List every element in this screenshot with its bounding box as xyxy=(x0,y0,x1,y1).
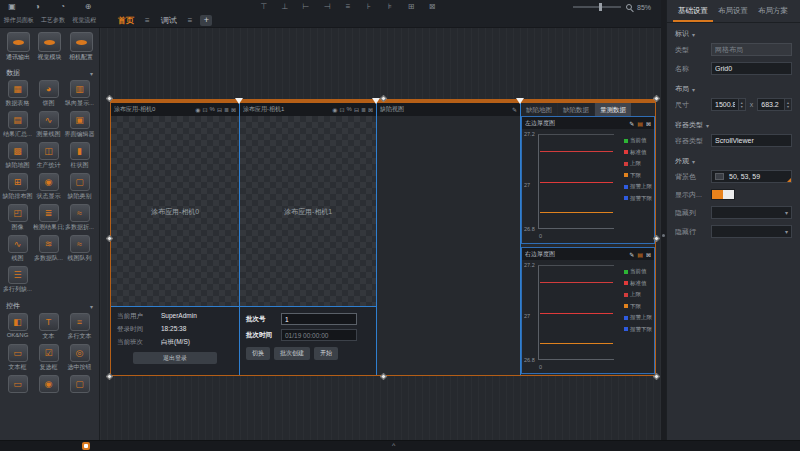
sidebar-widget-item[interactable]: ∿ 线图 xyxy=(2,235,33,263)
display-content-toggle[interactable] xyxy=(711,189,735,200)
sidebar-quick-item[interactable]: 视觉模块 xyxy=(35,32,65,62)
add-tab-button[interactable]: + xyxy=(200,15,212,26)
sidebar-widget-item[interactable]: ≈ 线图队列 xyxy=(64,235,95,263)
expand-up-icon[interactable]: ^ xyxy=(392,441,395,451)
resize-handle[interactable] xyxy=(106,95,113,102)
sidebar-widget-item[interactable]: ☰ 多行列缺... xyxy=(2,266,33,294)
batch-button[interactable]: 切换 xyxy=(246,347,270,360)
sidebar-quick-item[interactable]: 通讯输出 xyxy=(3,32,33,62)
resize-handle[interactable] xyxy=(653,373,660,380)
delete-icon[interactable]: ⊠ xyxy=(646,251,651,258)
sidebar-quick-item[interactable]: 相机配置 xyxy=(66,32,96,62)
sidebar-widget-item[interactable]: ⊞ 缺陷排布图 xyxy=(2,173,33,201)
panel-camera0[interactable]: 涂布应用-相机0 ◉⊡%⊟≣⊠ 涂布应用-相机0 xyxy=(111,103,239,306)
edit-icon[interactable]: ✎ xyxy=(512,106,517,113)
batch-no-input[interactable] xyxy=(281,313,357,325)
layout-icon[interactable]: ≣ xyxy=(224,106,229,113)
logout-button[interactable]: 退出登录 xyxy=(133,352,217,364)
edit-icon[interactable]: ✎ xyxy=(629,120,634,127)
sidebar-widget-item[interactable]: ◎ 选中按钮 xyxy=(64,344,95,372)
tab-layout-settings[interactable]: 布局设置 xyxy=(713,4,753,22)
sidebar-widget-item[interactable]: ◧ OK&NG xyxy=(2,313,33,341)
vision-flow-icon[interactable]: ◔ xyxy=(55,0,71,14)
zoom-slider[interactable] xyxy=(573,6,621,8)
column-marker[interactable] xyxy=(372,98,380,104)
type-input[interactable] xyxy=(711,43,792,56)
chart-right-thickness[interactable]: 右边厚度图 ✎ ▤ ⊠ 27.2 27 26.8 0 xyxy=(521,247,655,374)
center-horizontal-icon[interactable]: ≡ xyxy=(340,0,356,14)
sidebar-widget-item[interactable]: ▥ 纵向显示... xyxy=(64,80,95,108)
sidebar-widget-item[interactable]: ◫ 生产统计 xyxy=(33,142,64,170)
align-left-icon[interactable]: ⊢ xyxy=(298,0,314,14)
distribute-horizontal-icon[interactable]: ⊦ xyxy=(361,0,377,14)
eye-icon[interactable]: ◉ xyxy=(332,106,337,113)
sidebar-widget-item[interactable]: ◰ 图像 xyxy=(2,204,33,232)
sidebar-widget-item[interactable]: ▤ 结果汇总... xyxy=(2,111,33,139)
align-bottom-icon[interactable]: ⊥ xyxy=(277,0,293,14)
tab-layout-scheme[interactable]: 布局方案 xyxy=(753,4,793,22)
tab-basic-settings[interactable]: 基础设置 xyxy=(673,4,713,22)
lock-icon[interactable]: ⊟ xyxy=(354,106,359,113)
sidebar-widget-item[interactable]: ◕ 饼图 xyxy=(33,80,64,108)
sidebar-widget-item[interactable]: ◉ xyxy=(33,375,64,394)
height-stepper[interactable]: ▴▾ xyxy=(784,98,792,111)
sidebar-widget-item[interactable]: ▢ xyxy=(64,375,95,394)
sidebar-widget-item[interactable]: ▮ 柱状图 xyxy=(64,142,95,170)
width-stepper[interactable]: ▴▾ xyxy=(738,98,746,111)
tab-debug[interactable]: 调试 xyxy=(155,14,183,27)
section-header-controls[interactable]: 控件 ▾ xyxy=(0,297,99,313)
container-type-input[interactable] xyxy=(711,134,792,147)
zoom-percent-icon[interactable]: % xyxy=(210,106,215,113)
hidden-rows-select[interactable]: ▾ xyxy=(711,225,792,238)
system-settings-icon[interactable]: ⊕ xyxy=(80,0,96,14)
grid-splitter-vertical[interactable] xyxy=(376,103,377,375)
align-right-icon[interactable]: ⊣ xyxy=(319,0,335,14)
panel-defect-view[interactable]: 缺陷视图 ✎ xyxy=(377,103,520,375)
section-container[interactable]: 容器类型 ▾ xyxy=(667,114,800,131)
column-marker[interactable] xyxy=(516,98,524,104)
resize-handle[interactable] xyxy=(380,95,387,102)
layout-icon[interactable]: ≣ xyxy=(361,106,366,113)
zoom-percent-icon[interactable]: % xyxy=(347,106,352,113)
resize-handle[interactable] xyxy=(653,95,660,102)
batch-time-input[interactable] xyxy=(281,329,357,341)
batch-button[interactable]: 开始 xyxy=(314,347,338,360)
delete-icon[interactable]: ⊠ xyxy=(424,0,440,14)
sidebar-widget-item[interactable]: ☑ 复选框 xyxy=(33,344,64,372)
grid-splitter-vertical[interactable] xyxy=(520,103,521,375)
fit-view-icon[interactable]: ⊡ xyxy=(203,106,208,113)
tab-defect-map[interactable]: 缺陷地图 xyxy=(521,103,557,116)
export-icon[interactable]: ▤ xyxy=(637,120,643,127)
design-canvas[interactable]: 涂布应用-相机0 ◉⊡%⊟≣⊠ 涂布应用-相机0 涂布应用-相机1 ◉⊡%⊟≣⊠ xyxy=(100,28,661,440)
batch-button[interactable]: 批次创建 xyxy=(274,347,310,360)
sidebar-widget-item[interactable]: T 文本 xyxy=(33,313,64,341)
sidebar-widget-item[interactable]: ∿ 测量线图 xyxy=(33,111,64,139)
grid-splitter-horizontal[interactable] xyxy=(111,306,377,307)
sidebar-widget-item[interactable]: ▭ 文本框 xyxy=(2,344,33,372)
align-top-icon[interactable]: ⊤ xyxy=(256,0,272,14)
process-params-icon[interactable]: ◑ xyxy=(29,0,45,14)
width-input[interactable] xyxy=(711,98,738,111)
sidebar-widget-item[interactable]: ≣ 检测结果日志 xyxy=(33,204,64,232)
height-input[interactable] xyxy=(757,98,784,111)
sidebar-widget-item[interactable]: ▩ 缺陷地图 xyxy=(2,142,33,170)
zoom-slider-handle[interactable] xyxy=(599,3,602,11)
sidebar-widget-item[interactable]: ◉ 状态显示 xyxy=(33,173,64,201)
tab-measure-data[interactable]: 量测数据 xyxy=(595,103,631,116)
export-icon[interactable]: ▤ xyxy=(637,251,643,258)
sidebar-widget-item[interactable]: ≡ 多行文本 xyxy=(64,313,95,341)
delete-icon[interactable]: ⊠ xyxy=(368,106,373,113)
fit-view-icon[interactable]: ⊡ xyxy=(340,106,345,113)
same-size-icon[interactable]: ⊞ xyxy=(403,0,419,14)
tab-menu-icon[interactable]: ≡ xyxy=(188,16,193,25)
chart-left-thickness[interactable]: 左边厚度图 ✎ ▤ ⊠ 27.2 27 26.8 0 xyxy=(521,116,655,244)
tab-home[interactable]: 首页 xyxy=(112,14,140,27)
delete-icon[interactable]: ⊠ xyxy=(646,120,651,127)
selected-grid[interactable]: 涂布应用-相机0 ◉⊡%⊟≣⊠ 涂布应用-相机0 涂布应用-相机1 ◉⊡%⊟≣⊠ xyxy=(110,99,656,376)
section-identity[interactable]: 标识 ▾ xyxy=(667,23,800,40)
sidebar-widget-item[interactable]: ▭ xyxy=(2,375,33,394)
hidden-columns-select[interactable]: ▾ xyxy=(711,206,792,219)
notification-icon[interactable] xyxy=(82,442,90,450)
eye-icon[interactable]: ◉ xyxy=(195,106,200,113)
lock-icon[interactable]: ⊟ xyxy=(217,106,222,113)
